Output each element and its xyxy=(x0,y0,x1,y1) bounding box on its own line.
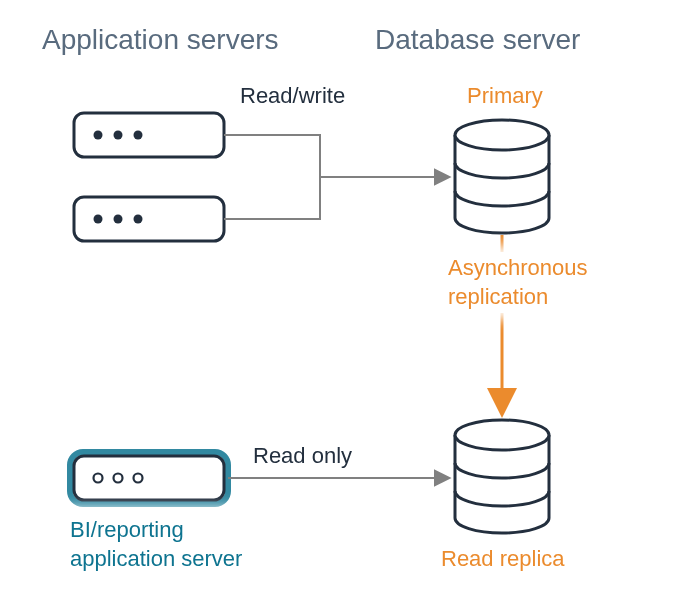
readonly-label: Read only xyxy=(253,442,352,471)
readwrite-label: Read/write xyxy=(240,82,345,111)
bi-reporting-label-line1: BI/reporting xyxy=(70,517,184,542)
app-servers-header: Application servers xyxy=(42,22,279,58)
svg-point-7 xyxy=(114,131,123,140)
svg-point-10 xyxy=(94,215,103,224)
svg-point-16 xyxy=(114,474,123,483)
async-replication-label: Asynchronous replication xyxy=(442,252,593,313)
svg-point-19 xyxy=(455,420,549,450)
db-server-header: Database server xyxy=(375,22,580,58)
read-replica-database-icon xyxy=(455,420,549,533)
svg-point-6 xyxy=(94,131,103,140)
bi-reporting-label: BI/reporting application server xyxy=(64,514,248,575)
readwrite-connector xyxy=(224,135,448,219)
app-server-1-icon xyxy=(74,113,224,157)
svg-point-15 xyxy=(94,474,103,483)
read-replica-label: Read replica xyxy=(441,545,565,574)
svg-point-17 xyxy=(134,474,143,483)
bi-reporting-server-icon xyxy=(70,452,228,504)
svg-point-12 xyxy=(134,215,143,224)
async-replication-label-line2: replication xyxy=(448,284,548,309)
svg-point-18 xyxy=(455,120,549,150)
async-replication-label-line1: Asynchronous xyxy=(448,255,587,280)
bi-reporting-label-line2: application server xyxy=(70,546,242,571)
svg-point-8 xyxy=(134,131,143,140)
primary-database-icon xyxy=(455,120,549,233)
app-server-2-icon xyxy=(74,197,224,241)
svg-point-11 xyxy=(114,215,123,224)
primary-label: Primary xyxy=(467,82,543,111)
